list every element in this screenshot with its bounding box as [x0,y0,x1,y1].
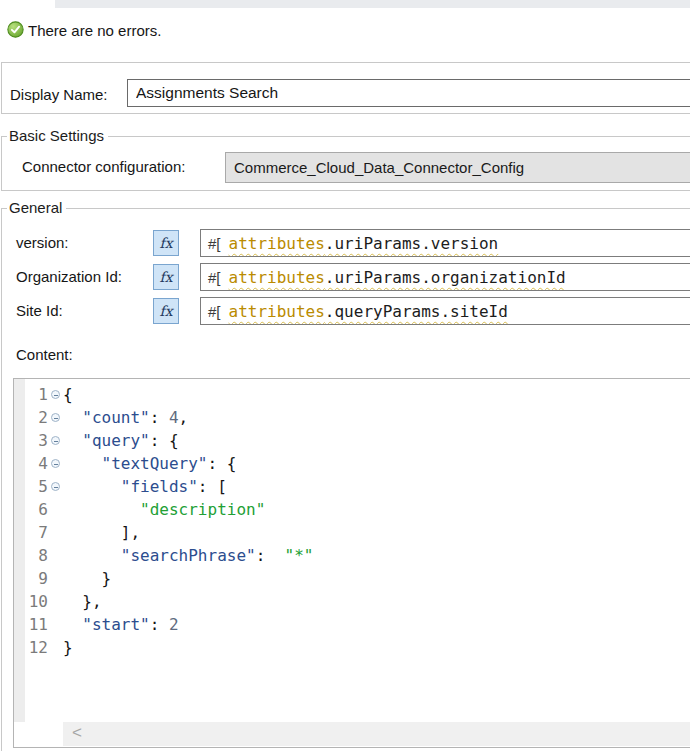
code-text: "textQuery": { [63,454,236,473]
fold-collapse-icon[interactable] [48,413,63,422]
basic-settings-legend: Basic Settings [7,127,108,145]
version-expression-field[interactable]: #[ attributes.uriParams.version [200,229,690,257]
expression-object: attributes [229,268,325,287]
code-lines: 1{2 "count": 4,3 "query": {4 "textQuery"… [25,383,313,659]
code-text: { [63,385,73,404]
fx-icon: fx [159,303,172,319]
code-text: "start": 2 [63,615,179,634]
site-id-label: Site Id: [16,297,63,325]
code-line: 9 } [25,567,313,590]
organization-id-label: Organization Id: [16,263,122,291]
code-text: } [63,638,73,657]
connector-config-label: Connector configuration: [22,158,185,175]
code-text: "fields": [ [63,477,227,496]
line-number: 6 [25,500,48,519]
line-number: 1 [25,385,48,404]
line-number: 2 [25,408,48,427]
fold-collapse-icon[interactable] [48,390,63,399]
code-text: }, [63,592,102,611]
line-number: 3 [25,431,48,450]
code-line: 2 "count": 4, [25,406,313,429]
expression-text: attributes.queryParams.siteId [229,302,508,321]
code-line: 12} [25,636,313,659]
horizontal-scrollbar[interactable]: < [63,722,690,746]
annotation-ruler [14,379,25,722]
line-number: 11 [25,615,48,634]
code-line: 11 "start": 2 [25,613,313,636]
code-text: "count": 4, [63,408,188,427]
chevron-left-icon: < [72,723,82,742]
fold-collapse-icon[interactable] [48,436,63,445]
fold-collapse-icon[interactable] [48,459,63,468]
code-line: 7 ], [25,521,313,544]
site-id-fx-button[interactable]: fx [153,298,179,324]
line-number: 4 [25,454,48,473]
expression-prefix: #[ [208,235,221,252]
connector-config-select[interactable]: Commerce_Cloud_Data_Connector_Config [225,152,690,183]
line-number: 5 [25,477,48,496]
version-label: version: [16,229,69,257]
content-label: Content: [16,346,73,363]
expression-text: attributes.uriParams.organizationId [229,268,566,287]
content-code-editor[interactable]: 1{2 "count": 4,3 "query": {4 "textQuery"… [13,378,690,748]
code-text: ], [63,523,140,542]
code-line: 3 "query": { [25,429,313,452]
site-id-row: Site Id: fx #[ attributes.queryParams.si… [0,297,690,325]
fx-icon: fx [159,269,172,285]
display-name-label: Display Name: [10,86,108,103]
scroll-left-button[interactable]: < [63,723,82,745]
expression-path: .uriParams.organizationId [325,268,566,287]
display-name-input[interactable] [127,79,690,107]
organization-id-expression-field[interactable]: #[ attributes.uriParams.organizationId [200,263,690,291]
line-number: 8 [25,546,48,565]
version-row: version: fx #[ attributes.uriParams.vers… [0,229,690,257]
line-number: 12 [25,638,48,657]
code-line: 6 "description" [25,498,313,521]
no-errors-message: There are no errors. [28,22,161,39]
code-text: "searchPhrase": "*" [63,546,313,565]
fold-collapse-icon[interactable] [48,482,63,491]
code-line: 1{ [25,383,313,406]
line-number: 10 [25,592,48,611]
line-number: 7 [25,523,48,542]
code-line: 5 "fields": [ [25,475,313,498]
version-fx-button[interactable]: fx [153,230,179,256]
top-divider [55,0,690,8]
expression-path: .queryParams.siteId [325,302,508,321]
code-line: 10 }, [25,590,313,613]
organization-id-fx-button[interactable]: fx [153,264,179,290]
site-id-expression-field[interactable]: #[ attributes.queryParams.siteId [200,297,690,325]
properties-panel: There are no errors. Display Name: Basic… [0,0,690,751]
expression-prefix: #[ [208,303,221,320]
fx-icon: fx [159,235,172,251]
line-number: 9 [25,569,48,588]
expression-prefix: #[ [208,269,221,286]
expression-object: attributes [229,234,325,253]
code-line: 8 "searchPhrase": "*" [25,544,313,567]
general-legend: General [7,199,66,217]
no-errors-icon [7,21,24,38]
expression-object: attributes [229,302,325,321]
code-text: } [63,569,111,588]
expression-path: .uriParams.version [325,234,498,253]
code-text: "query": { [63,431,179,450]
code-text: "description" [63,500,265,519]
organization-id-row: Organization Id: fx #[ attributes.uriPar… [0,263,690,291]
expression-text: attributes.uriParams.version [229,234,499,253]
code-line: 4 "textQuery": { [25,452,313,475]
